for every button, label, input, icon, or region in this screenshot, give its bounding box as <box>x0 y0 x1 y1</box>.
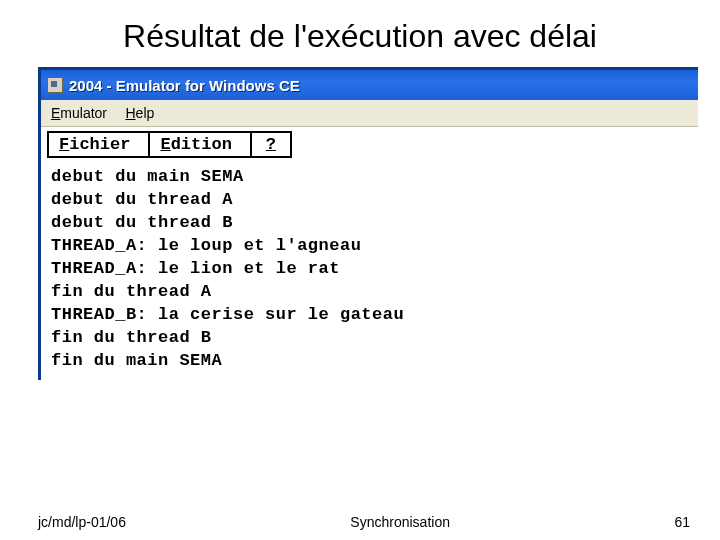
menu-edition[interactable]: Edition <box>150 133 251 156</box>
menu-help-mnemonic: H <box>125 105 135 121</box>
slide-title: Résultat de l'exécution avec délai <box>0 0 720 67</box>
slide-footer: jc/md/lp-01/06 Synchronisation 61 <box>0 514 720 530</box>
window-title-text: 2004 - Emulator for Windows CE <box>69 77 300 94</box>
menu-edition-rest: dition <box>171 135 232 154</box>
window-titlebar[interactable]: 2004 - Emulator for Windows CE <box>41 70 698 100</box>
footer-left: jc/md/lp-01/06 <box>38 514 126 530</box>
menu-fichier-mnemonic: F <box>59 135 69 154</box>
footer-center: Synchronisation <box>126 514 674 530</box>
emulator-menubar: Emulator Help <box>41 100 698 127</box>
menu-fichier[interactable]: Fichier <box>49 133 150 156</box>
menu-emulator-mnemonic: E <box>51 105 60 121</box>
menu-emulator-label: mulator <box>60 105 107 121</box>
menu-help-question[interactable]: ? <box>252 133 290 156</box>
footer-page-number: 61 <box>674 514 690 530</box>
menu-edition-mnemonic: E <box>160 135 170 154</box>
menu-fichier-rest: ichier <box>69 135 130 154</box>
menu-emulator[interactable]: Emulator <box>47 103 117 123</box>
menu-help-label: elp <box>136 105 155 121</box>
menu-help[interactable]: Help <box>121 103 164 123</box>
app-menubar: Fichier Edition ? <box>47 131 292 158</box>
emulator-window: 2004 - Emulator for Windows CE Emulator … <box>38 67 698 380</box>
console-output: debut du main SEMA debut du thread A deb… <box>41 158 698 380</box>
menu-question-label: ? <box>266 135 276 154</box>
system-menu-icon[interactable] <box>47 77 63 93</box>
